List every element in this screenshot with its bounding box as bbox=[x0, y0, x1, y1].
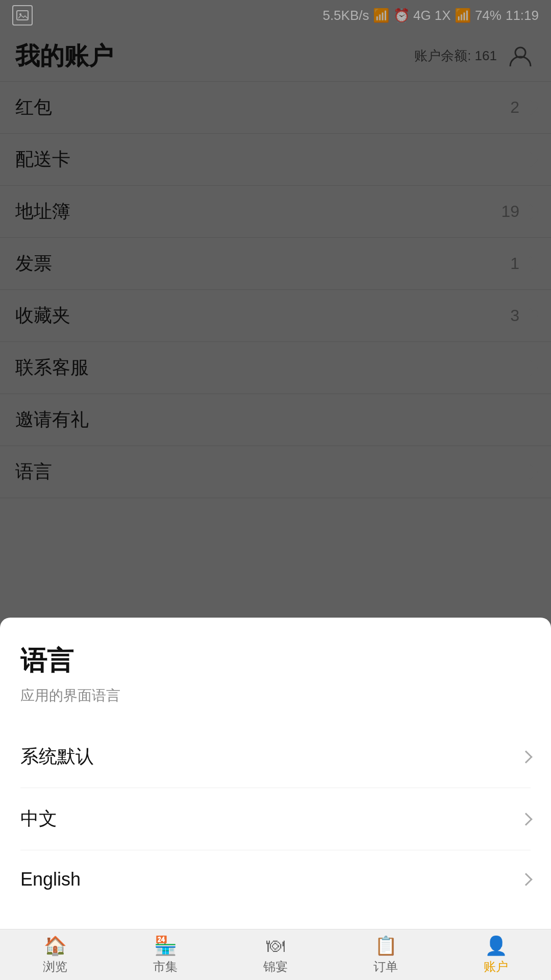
nav-label: 浏览 bbox=[43, 959, 67, 975]
language-modal: 语言 应用的界面语言 系统默认 中文 English bbox=[0, 618, 551, 929]
modal-subtitle: 应用的界面语言 bbox=[20, 686, 531, 705]
nav-label: 市集 bbox=[153, 959, 178, 975]
nav-label: 账户 bbox=[484, 959, 508, 975]
nav-jinyan[interactable]: 🍽 锦宴 bbox=[220, 929, 331, 980]
language-option-english[interactable]: English bbox=[20, 850, 531, 909]
language-label: 系统默认 bbox=[20, 744, 94, 769]
nav-browse[interactable]: 🏠 浏览 bbox=[0, 929, 110, 980]
modal-overlay[interactable]: 语言 应用的界面语言 系统默认 中文 English bbox=[0, 0, 551, 980]
orders-icon: 📋 bbox=[374, 935, 397, 957]
language-option-system[interactable]: 系统默认 bbox=[20, 726, 531, 788]
jinyan-icon: 🍽 bbox=[266, 935, 285, 957]
bottom-navigation: 🏠 浏览 🏪 市集 🍽 锦宴 📋 订单 👤 账户 bbox=[0, 929, 551, 980]
language-label: 中文 bbox=[20, 806, 57, 831]
chevron-icon bbox=[519, 813, 532, 825]
account-icon: 👤 bbox=[485, 935, 508, 957]
nav-label: 订单 bbox=[373, 959, 398, 975]
language-label: English bbox=[20, 869, 81, 890]
nav-account[interactable]: 👤 账户 bbox=[441, 929, 551, 980]
nav-market[interactable]: 🏪 市集 bbox=[110, 929, 220, 980]
chevron-icon bbox=[519, 750, 532, 763]
nav-orders[interactable]: 📋 订单 bbox=[331, 929, 441, 980]
modal-title: 语言 bbox=[20, 643, 531, 679]
nav-label: 锦宴 bbox=[263, 959, 288, 975]
language-option-chinese[interactable]: 中文 bbox=[20, 788, 531, 850]
chevron-icon bbox=[519, 873, 532, 886]
browse-icon: 🏠 bbox=[44, 935, 67, 957]
market-icon: 🏪 bbox=[154, 935, 177, 957]
